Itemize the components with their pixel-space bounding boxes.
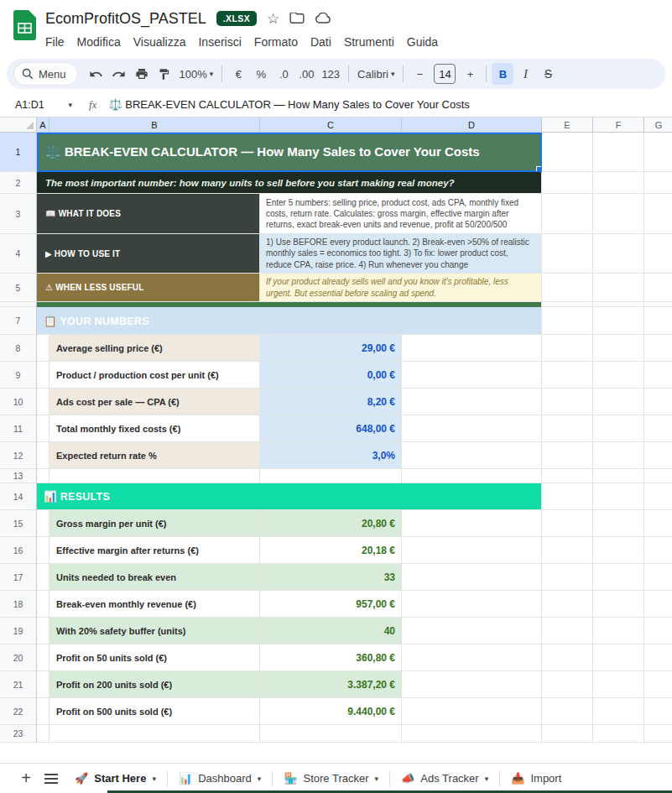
what-it-does-text-cell[interactable]: Enter 5 numbers: selling price, product … bbox=[260, 194, 542, 234]
decrease-decimal-button[interactable]: .0 bbox=[273, 63, 294, 85]
cell[interactable] bbox=[260, 469, 402, 483]
result-label-cell[interactable]: Break-even monthly revenue (€) bbox=[49, 591, 260, 618]
sheet-tab-start-here[interactable]: 🚀 Start Here ▾ bbox=[64, 764, 167, 793]
cell[interactable] bbox=[644, 172, 672, 194]
cell[interactable] bbox=[593, 172, 644, 194]
formula-input[interactable]: ⚖️ BREAK-EVEN CALCULATOR — How Many Sale… bbox=[108, 98, 469, 111]
cell[interactable] bbox=[542, 133, 593, 172]
result-label-cell[interactable]: Profit on 500 units sold (€) bbox=[49, 698, 260, 725]
menu-modifica[interactable]: Modifica bbox=[77, 34, 128, 52]
cell[interactable] bbox=[37, 537, 49, 564]
cell[interactable] bbox=[593, 698, 644, 725]
move-folder-icon[interactable] bbox=[289, 13, 305, 24]
sheets-logo[interactable] bbox=[13, 10, 36, 44]
result-value-cell[interactable]: 3.387,20 € bbox=[260, 671, 402, 698]
star-icon[interactable]: ☆ bbox=[267, 12, 279, 26]
cell[interactable] bbox=[37, 644, 49, 671]
result-value-cell[interactable]: 9.440,00 € bbox=[260, 698, 402, 725]
cell[interactable] bbox=[542, 274, 593, 302]
cell[interactable] bbox=[37, 362, 49, 389]
input-label-cell[interactable]: Total monthly fixed costs (€) bbox=[49, 415, 260, 442]
cell[interactable] bbox=[402, 537, 542, 564]
cell[interactable] bbox=[260, 725, 402, 743]
cell[interactable] bbox=[593, 510, 644, 537]
cell[interactable] bbox=[593, 564, 644, 591]
cell[interactable] bbox=[402, 591, 542, 618]
font-size-input[interactable]: 14 bbox=[434, 64, 456, 84]
cell[interactable] bbox=[37, 510, 49, 537]
font-select[interactable]: Calibri ▾ bbox=[354, 63, 398, 85]
cell[interactable] bbox=[37, 591, 49, 618]
input-value-cell[interactable]: 8,20 € bbox=[260, 389, 402, 415]
row-header-1[interactable]: 1 bbox=[0, 133, 37, 172]
cell[interactable] bbox=[644, 725, 672, 743]
cell[interactable] bbox=[542, 362, 593, 389]
cell[interactable] bbox=[593, 307, 644, 335]
cell[interactable] bbox=[644, 234, 672, 274]
redo-button[interactable] bbox=[108, 63, 130, 85]
input-value-cell[interactable]: 3,0% bbox=[260, 442, 402, 469]
select-all-corner[interactable] bbox=[0, 117, 37, 133]
cell[interactable] bbox=[37, 725, 49, 743]
add-sheet-button[interactable]: + bbox=[13, 766, 39, 791]
cell[interactable] bbox=[542, 469, 593, 483]
cell[interactable] bbox=[593, 274, 644, 302]
result-label-cell[interactable]: Profit on 200 units sold (€) bbox=[49, 671, 260, 698]
sheet-tab-dashboard[interactable]: 📊 Dashboard ▾ bbox=[168, 764, 272, 793]
cell[interactable] bbox=[37, 564, 49, 591]
italic-button[interactable]: I bbox=[514, 63, 536, 85]
how-to-use-label-cell[interactable]: ▶ HOW TO USE IT bbox=[37, 234, 260, 274]
cell[interactable] bbox=[542, 442, 593, 469]
row-header-7[interactable]: 7 bbox=[0, 307, 37, 335]
cell[interactable] bbox=[593, 483, 644, 510]
row-header-8[interactable]: 8 bbox=[0, 335, 37, 362]
less-useful-text-cell[interactable]: If your product already sells well and y… bbox=[260, 274, 542, 302]
all-sheets-button[interactable] bbox=[39, 766, 64, 791]
row-header-16[interactable]: 16 bbox=[0, 537, 37, 564]
menu-visualizza[interactable]: Visualizza bbox=[133, 34, 194, 52]
increase-font-size-button[interactable]: + bbox=[459, 63, 481, 85]
input-label-cell[interactable]: Product / production cost per unit (€) bbox=[49, 362, 260, 389]
cell[interactable] bbox=[542, 644, 593, 671]
col-header-a[interactable]: A bbox=[37, 117, 49, 133]
cell[interactable] bbox=[542, 564, 593, 591]
cell[interactable] bbox=[542, 335, 593, 362]
cell[interactable] bbox=[542, 725, 593, 743]
cell[interactable] bbox=[542, 698, 593, 725]
cell[interactable] bbox=[644, 671, 672, 698]
bold-button[interactable]: B bbox=[492, 63, 513, 85]
cell[interactable] bbox=[542, 194, 593, 234]
sheet-tab-store-tracker[interactable]: 🏪 Store Tracker ▾ bbox=[273, 764, 389, 793]
row-header-22[interactable]: 22 bbox=[0, 698, 37, 725]
row-header-19[interactable]: 19 bbox=[0, 618, 37, 644]
cell[interactable] bbox=[593, 442, 644, 469]
row-header-4[interactable]: 4 bbox=[0, 234, 37, 274]
row-header-5[interactable]: 5 bbox=[0, 274, 37, 302]
cell[interactable] bbox=[593, 389, 644, 415]
col-header-f[interactable]: F bbox=[593, 117, 644, 133]
cell[interactable] bbox=[644, 415, 672, 442]
input-value-cell[interactable]: 648,00 € bbox=[260, 415, 402, 442]
result-label-cell[interactable]: Profit on 50 units sold (€) bbox=[49, 644, 260, 671]
cell[interactable] bbox=[49, 469, 260, 483]
cell[interactable] bbox=[542, 389, 593, 415]
cell[interactable] bbox=[593, 133, 644, 172]
cell[interactable] bbox=[37, 415, 49, 442]
result-label-cell[interactable]: Units needed to break even bbox=[49, 564, 260, 591]
row-header-11[interactable]: 11 bbox=[0, 415, 37, 442]
chevron-down-icon[interactable]: ▾ bbox=[152, 775, 156, 783]
row-header-3[interactable]: 3 bbox=[0, 194, 37, 234]
cell[interactable] bbox=[37, 618, 49, 644]
cell[interactable] bbox=[542, 307, 593, 335]
your-numbers-header-cell[interactable]: 📋 YOUR NUMBERS bbox=[37, 307, 542, 335]
menu-strumenti[interactable]: Strumenti bbox=[344, 34, 402, 52]
cell[interactable] bbox=[644, 510, 672, 537]
cell[interactable] bbox=[644, 274, 672, 302]
cell[interactable] bbox=[593, 194, 644, 234]
input-value-cell[interactable]: 0,00 € bbox=[260, 362, 402, 389]
cell[interactable] bbox=[37, 698, 49, 725]
row-header-10[interactable]: 10 bbox=[0, 389, 37, 415]
cell[interactable] bbox=[402, 415, 542, 442]
cell[interactable] bbox=[402, 389, 542, 415]
cell[interactable] bbox=[644, 335, 672, 362]
